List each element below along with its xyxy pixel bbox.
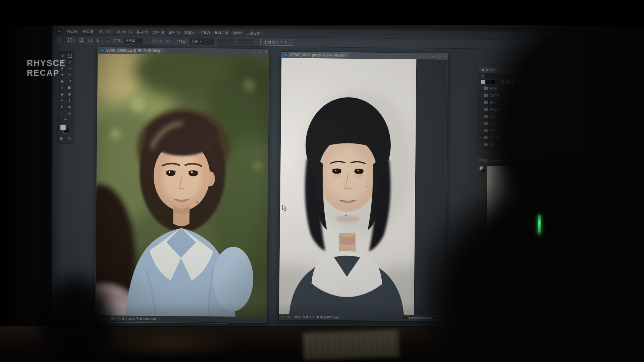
green-led-light	[538, 215, 541, 235]
document-window-scan: Ps SCAN_02996.jpg @ 25.1% (RGB/8) * – □ …	[95, 47, 270, 323]
marquee-tool-preset[interactable]: ▾	[67, 37, 75, 43]
zoom-tool-icon[interactable]: ◎	[66, 110, 73, 116]
quick-selection-tool-icon[interactable]: ✓	[67, 59, 73, 65]
menu-help[interactable]: 도움말(H)	[246, 31, 262, 36]
photo-young-girl	[95, 54, 269, 317]
ps-file-icon: Ps	[101, 48, 105, 52]
close-button[interactable]: ×	[263, 49, 269, 55]
marquee-icon	[68, 38, 72, 42]
watermark-line1: RHYSCE	[27, 58, 66, 68]
feather-input[interactable]: 0 픽셀	[124, 38, 143, 44]
document-tab[interactable]: Ps SCAN_02996.jpg @ 25.1% (RGB/8) *	[97, 47, 165, 54]
menu-file[interactable]: 파일(F)	[67, 29, 78, 34]
chevron-down-icon: ▾	[200, 40, 201, 43]
document-title: SCAN_02996.jpg @ 25.1% (RGB/8) *	[106, 49, 163, 53]
menu-layer[interactable]: 레이어(L)	[117, 29, 132, 34]
zoom-level[interactable]: 25.1%	[282, 315, 291, 319]
chevron-down-icon: ▾	[72, 39, 74, 42]
divider	[63, 37, 64, 43]
intersect-selection-mode-button[interactable]	[105, 38, 110, 43]
height-input	[237, 39, 254, 45]
menu-plugins[interactable]: 플러그인	[214, 31, 228, 35]
menu-select[interactable]: 선택(S)	[152, 30, 164, 35]
menu-window[interactable]: 창(W)	[233, 31, 242, 35]
anti-alias-label: 앤티 앨리어스	[151, 39, 172, 44]
feather-label: 피더:	[113, 38, 121, 43]
subtract-selection-mode-button[interactable]	[96, 38, 102, 43]
select-and-mask-button[interactable]: 선택 및 마스크 ...	[260, 39, 294, 46]
canvas-genie-photo[interactable]	[279, 58, 447, 315]
screen-mode-icon[interactable]: ◫	[66, 136, 72, 141]
status-chevron-icon[interactable]: ›	[343, 316, 344, 319]
gradient-tool-icon[interactable]	[66, 85, 73, 90]
canvas-scan-photo[interactable]	[95, 54, 269, 317]
add-selection-mode-button[interactable]	[87, 37, 93, 43]
history-brush-tool-icon[interactable]: ↺	[66, 78, 73, 84]
dodge-tool-icon[interactable]: ◐	[66, 91, 73, 97]
document-title: GENIE_00115.jpg @ 25.1% (RGB/8) *	[290, 53, 347, 57]
maximize-button[interactable]: □	[436, 53, 442, 59]
menu-type[interactable]: 문자(Y)	[136, 29, 148, 34]
desk-lamp-glow	[101, 330, 241, 357]
minimize-button[interactable]: –	[431, 53, 436, 59]
anti-alias-group: 앤티 앨리어스	[146, 39, 172, 44]
movie-frame: Ps 파일(F) 편집(E) 이미지(I) 레이어(L) 문자(Y) 선택(S)…	[0, 0, 644, 362]
menu-view[interactable]: 보기(V)	[198, 30, 210, 35]
shape-tool-icon[interactable]: ▭	[66, 104, 73, 110]
letterbox-bar	[0, 0, 644, 25]
style-label: 스타일:	[175, 39, 186, 44]
document-dimensions: 2546 픽셀 x 3820 픽셀 (300 ppi)	[294, 315, 340, 319]
style-value: 표준	[192, 39, 198, 43]
minimize-button[interactable]: –	[252, 49, 258, 55]
style-dropdown[interactable]: 표준 ▾	[190, 38, 214, 45]
menu-image[interactable]: 이미지(I)	[99, 29, 113, 34]
ps-file-icon: Ps	[284, 53, 288, 57]
marquee-tool-icon[interactable]	[67, 53, 73, 59]
close-button[interactable]: ×	[442, 53, 448, 60]
type-tool-icon[interactable]: T	[66, 98, 73, 103]
document-tab[interactable]: Ps GENIE_00115.jpg @ 25.1% (RGB/8) *	[281, 52, 350, 59]
right-edge-shadow	[577, 0, 644, 362]
status-chevron-icon[interactable]: ›	[159, 317, 160, 321]
menu-3d[interactable]: 3D(D)	[184, 31, 194, 35]
cursor-arrow	[282, 205, 287, 212]
width-input	[217, 39, 234, 45]
maximize-button[interactable]: □	[258, 49, 263, 55]
channel-watermark: RHYSCE RECAP	[27, 58, 66, 78]
watermark-line2: RECAP	[27, 68, 66, 78]
brush-tool-icon[interactable]: ✏	[66, 72, 73, 78]
eyedropper-tool-icon[interactable]: ✑	[66, 66, 73, 71]
new-selection-mode-button[interactable]	[78, 37, 84, 43]
more-tools-icon[interactable]: ⋯	[62, 117, 69, 122]
photo-woman-id	[279, 58, 416, 315]
keyboard	[302, 329, 400, 361]
menu-filter[interactable]: 필터(T)	[168, 30, 180, 35]
menu-edit[interactable]: 편집(E)	[83, 29, 94, 34]
anti-alias-checkbox	[146, 39, 150, 43]
status-bar: 25.1% 2546 픽셀 x 3820 픽셀 (300 ppi) ›	[279, 314, 445, 321]
